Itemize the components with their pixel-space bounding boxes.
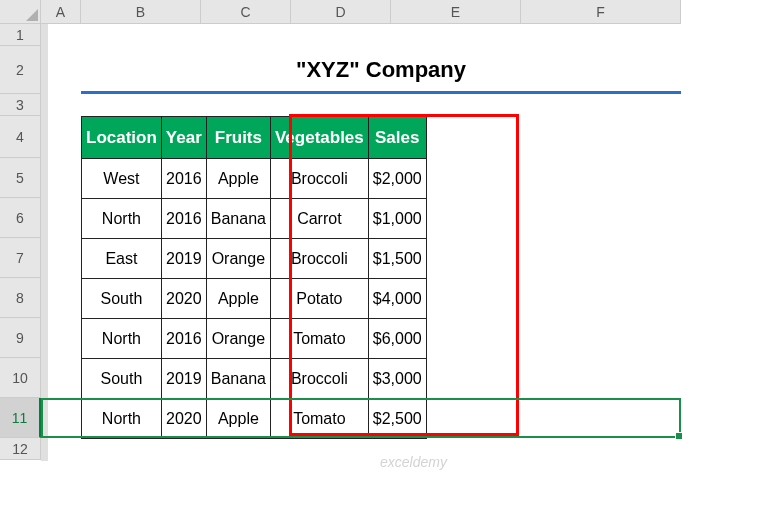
cell[interactable] bbox=[47, 95, 48, 117]
table-row: South2020ApplePotato$4,000 bbox=[82, 279, 427, 319]
table-cell[interactable]: West bbox=[82, 159, 162, 199]
table-cell[interactable]: Orange bbox=[206, 239, 270, 279]
table-cell[interactable]: 2016 bbox=[161, 159, 206, 199]
row-headers: 123456789101112 bbox=[0, 24, 41, 460]
table-row: North2020AppleTomato$2,500 bbox=[82, 399, 427, 439]
table-cell[interactable]: Broccoli bbox=[270, 359, 368, 399]
table-header[interactable]: Sales bbox=[368, 117, 426, 159]
table-cell[interactable]: 2020 bbox=[161, 399, 206, 439]
cell[interactable] bbox=[47, 319, 48, 359]
row-header-4[interactable]: 4 bbox=[0, 116, 41, 158]
table-cell[interactable]: $1,500 bbox=[368, 239, 426, 279]
table-cell[interactable]: 2020 bbox=[161, 279, 206, 319]
table-header[interactable]: Year bbox=[161, 117, 206, 159]
table-row: North2016OrangeTomato$6,000 bbox=[82, 319, 427, 359]
column-header-E[interactable]: E bbox=[391, 0, 521, 24]
table-cell[interactable]: Apple bbox=[206, 159, 270, 199]
table-cell[interactable]: Banana bbox=[206, 359, 270, 399]
cell[interactable] bbox=[47, 199, 48, 239]
table-header[interactable]: Fruits bbox=[206, 117, 270, 159]
row-header-10[interactable]: 10 bbox=[0, 358, 41, 398]
row-header-5[interactable]: 5 bbox=[0, 158, 41, 198]
table-cell[interactable]: 2016 bbox=[161, 319, 206, 359]
table-cell[interactable]: Broccoli bbox=[270, 159, 368, 199]
table-cell[interactable]: Potato bbox=[270, 279, 368, 319]
table-cell[interactable]: 2019 bbox=[161, 359, 206, 399]
column-headers: ABCDEF bbox=[41, 0, 681, 24]
table-cell[interactable]: Tomato bbox=[270, 319, 368, 359]
row-header-8[interactable]: 8 bbox=[0, 278, 41, 318]
table-cell[interactable]: North bbox=[82, 399, 162, 439]
cell[interactable] bbox=[47, 439, 48, 461]
table-header[interactable]: Location bbox=[82, 117, 162, 159]
cell[interactable] bbox=[47, 239, 48, 279]
row-header-9[interactable]: 9 bbox=[0, 318, 41, 358]
table-row: West2016AppleBroccoli$2,000 bbox=[82, 159, 427, 199]
cell[interactable] bbox=[47, 399, 48, 439]
cell[interactable] bbox=[47, 159, 48, 199]
page-title: "XYZ" Company bbox=[81, 46, 681, 94]
table-cell[interactable]: Banana bbox=[206, 199, 270, 239]
table-cell[interactable]: Broccoli bbox=[270, 239, 368, 279]
row-header-3[interactable]: 3 bbox=[0, 94, 41, 116]
table-cell[interactable]: 2019 bbox=[161, 239, 206, 279]
table-row: East2019OrangeBroccoli$1,500 bbox=[82, 239, 427, 279]
table-cell[interactable]: Carrot bbox=[270, 199, 368, 239]
cell[interactable] bbox=[47, 279, 48, 319]
table-cell[interactable]: Apple bbox=[206, 279, 270, 319]
data-table: LocationYearFruitsVegetablesSalesWest201… bbox=[81, 116, 427, 439]
table-cell[interactable]: $3,000 bbox=[368, 359, 426, 399]
column-header-F[interactable]: F bbox=[521, 0, 681, 24]
table-cell[interactable]: Apple bbox=[206, 399, 270, 439]
table-cell[interactable]: Tomato bbox=[270, 399, 368, 439]
column-header-B[interactable]: B bbox=[81, 0, 201, 24]
column-header-C[interactable]: C bbox=[201, 0, 291, 24]
table-cell[interactable]: $4,000 bbox=[368, 279, 426, 319]
row-header-12[interactable]: 12 bbox=[0, 438, 41, 460]
cell[interactable] bbox=[47, 117, 48, 159]
column-header-D[interactable]: D bbox=[291, 0, 391, 24]
table-header[interactable]: Vegetables bbox=[270, 117, 368, 159]
column-header-A[interactable]: A bbox=[41, 0, 81, 24]
select-all-button[interactable] bbox=[0, 0, 41, 24]
row-header-11[interactable]: 11 bbox=[0, 398, 41, 438]
watermark: exceldemy bbox=[380, 454, 447, 470]
cell[interactable] bbox=[47, 47, 48, 95]
table-cell[interactable]: Orange bbox=[206, 319, 270, 359]
table-cell[interactable]: $2,000 bbox=[368, 159, 426, 199]
table-cell[interactable]: $6,000 bbox=[368, 319, 426, 359]
cell[interactable] bbox=[47, 359, 48, 399]
cell[interactable] bbox=[47, 25, 48, 47]
row-header-1[interactable]: 1 bbox=[0, 24, 41, 46]
table-cell[interactable]: $2,500 bbox=[368, 399, 426, 439]
table-cell[interactable]: North bbox=[82, 319, 162, 359]
row-header-7[interactable]: 7 bbox=[0, 238, 41, 278]
row-header-6[interactable]: 6 bbox=[0, 198, 41, 238]
table-cell[interactable]: 2016 bbox=[161, 199, 206, 239]
table-cell[interactable]: North bbox=[82, 199, 162, 239]
table-cell[interactable]: East bbox=[82, 239, 162, 279]
table-cell[interactable]: $1,000 bbox=[368, 199, 426, 239]
table-row: North2016BananaCarrot$1,000 bbox=[82, 199, 427, 239]
table-cell[interactable]: South bbox=[82, 359, 162, 399]
table-row: South2019BananaBroccoli$3,000 bbox=[82, 359, 427, 399]
row-header-2[interactable]: 2 bbox=[0, 46, 41, 94]
table-cell[interactable]: South bbox=[82, 279, 162, 319]
